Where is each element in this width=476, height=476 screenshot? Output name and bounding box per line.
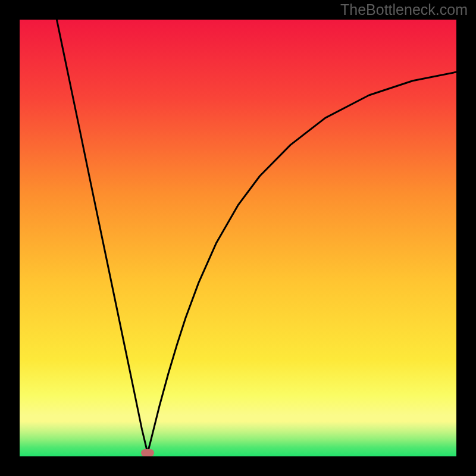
minimum-marker: [141, 449, 154, 456]
plot-area: [20, 20, 456, 456]
chart-frame: TheBottleneck.com: [0, 0, 476, 476]
bottleneck-curve: [20, 20, 456, 456]
watermark-text: TheBottleneck.com: [340, 1, 468, 18]
